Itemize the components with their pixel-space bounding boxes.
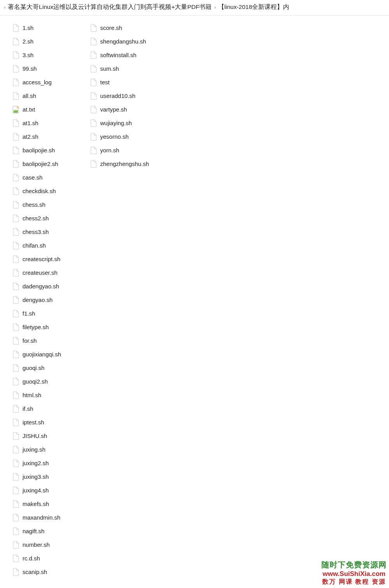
file-item[interactable]: iptest.sh: [11, 415, 89, 429]
file-item[interactable]: guoqi.sh: [11, 361, 89, 375]
file-icon: [12, 405, 19, 413]
file-item[interactable]: guoqi2.sh: [11, 375, 89, 388]
file-item[interactable]: useradd10.sh: [89, 89, 166, 103]
file-icon: [12, 228, 19, 236]
file-icon: [12, 568, 19, 576]
file-icon: [12, 214, 19, 223]
file-item[interactable]: access_log: [11, 75, 89, 89]
file-name-label: baolipojie2.sh: [23, 161, 58, 167]
file-item[interactable]: makefs.sh: [11, 497, 89, 511]
file-item[interactable]: at2.sh: [11, 130, 89, 143]
file-item[interactable]: score.sh: [89, 21, 166, 35]
file-item[interactable]: yorn.sh: [89, 143, 166, 157]
file-item[interactable]: 1.sh: [11, 21, 89, 35]
file-item[interactable]: all.sh: [11, 89, 89, 103]
file-name-label: chifan.sh: [23, 242, 46, 249]
file-name-label: guojixiangqi.sh: [23, 351, 61, 358]
file-item[interactable]: juxing.sh: [11, 443, 89, 456]
file-item[interactable]: for.sh: [11, 334, 89, 347]
file-item[interactable]: 3.sh: [11, 48, 89, 62]
file-item[interactable]: f1.sh: [11, 307, 89, 320]
file-item[interactable]: 99.sh: [11, 62, 89, 75]
file-item[interactable]: shengdangshu.sh: [89, 35, 166, 48]
file-item[interactable]: juxing2.sh: [11, 456, 89, 470]
file-item[interactable]: filetype.sh: [11, 320, 89, 334]
file-icon: [12, 255, 19, 263]
file-icon: [12, 78, 19, 87]
file-item[interactable]: zhengzhengshu.sh: [89, 157, 166, 171]
file-item[interactable]: softwinstall.sh: [89, 48, 166, 62]
file-item[interactable]: dengyao.sh: [11, 293, 89, 307]
file-item[interactable]: createuser.sh: [11, 266, 89, 279]
file-item[interactable]: chess3.sh: [11, 225, 89, 239]
file-item[interactable]: baolipojie2.sh: [11, 157, 89, 171]
file-icon: [12, 418, 19, 427]
file-name-label: 99.sh: [23, 65, 37, 72]
file-icon: [12, 364, 19, 372]
file-name-label: yorn.sh: [100, 147, 119, 154]
file-item[interactable]: html.sh: [11, 388, 89, 402]
file-icon: [12, 65, 19, 73]
file-item[interactable]: case.sh: [11, 171, 89, 184]
breadcrumb-item[interactable]: 著名某大哥Linux运维以及云计算自动化集群入门到高手视频+大量PDF书籍: [8, 2, 212, 12]
file-name-label: all.sh: [23, 92, 36, 99]
file-item[interactable]: number.sh: [11, 538, 89, 551]
file-item[interactable]: chifan.sh: [11, 239, 89, 252]
file-item[interactable]: chess.sh: [11, 198, 89, 211]
file-icon: [12, 554, 19, 563]
file-item[interactable]: scanip.sh: [11, 565, 89, 579]
file-item[interactable]: yesorno.sh: [89, 130, 166, 143]
file-name-label: at2.sh: [23, 133, 38, 140]
file-item[interactable]: at1.sh: [11, 116, 89, 130]
file-icon: [12, 187, 19, 195]
file-name-label: softwinstall.sh: [100, 52, 136, 58]
file-item[interactable]: dadengyao.sh: [11, 279, 89, 293]
file-item[interactable]: JISHU.sh: [11, 429, 89, 443]
file-icon: [90, 146, 97, 155]
file-item[interactable]: nagift.sh: [11, 524, 89, 538]
file-name-label: guoqi2.sh: [23, 378, 48, 385]
file-item[interactable]: chess2.sh: [11, 211, 89, 225]
file-item[interactable]: baolipojie.sh: [11, 143, 89, 157]
file-icon: [12, 269, 19, 277]
file-name-label: chess2.sh: [23, 215, 49, 222]
file-item[interactable]: at.txt: [11, 103, 89, 116]
file-item[interactable]: 2.sh: [11, 35, 89, 48]
file-item[interactable]: juxing4.sh: [11, 483, 89, 497]
file-item[interactable]: sum.sh: [89, 62, 166, 75]
file-name-label: dadengyao.sh: [23, 283, 59, 290]
file-name-label: shengdangshu.sh: [100, 38, 146, 45]
file-name-label: sum.sh: [100, 65, 119, 72]
file-name-label: filetype.sh: [23, 324, 49, 330]
file-name-label: 3.sh: [23, 52, 33, 58]
file-name-label: number.sh: [23, 541, 50, 548]
file-icon: [12, 391, 19, 400]
file-item[interactable]: maxandmin.sh: [11, 511, 89, 524]
file-name-label: at1.sh: [23, 120, 38, 126]
file-name-label: test: [100, 79, 109, 85]
file-item[interactable]: juxing3.sh: [11, 470, 89, 483]
file-name-label: score.sh: [100, 24, 122, 31]
file-icon: [12, 24, 19, 32]
file-item[interactable]: wujiaying.sh: [89, 116, 166, 130]
file-name-label: if.sh: [23, 405, 33, 412]
file-name-label: JISHU.sh: [23, 433, 47, 439]
file-item[interactable]: if.sh: [11, 402, 89, 415]
file-name-label: juxing.sh: [23, 446, 45, 453]
breadcrumb-item[interactable]: 【linux-2018全新课程】内: [218, 2, 290, 12]
file-icon: [12, 445, 19, 454]
chevron-right-icon: ›: [4, 4, 5, 10]
file-icon: [12, 323, 19, 332]
file-name-label: zhengzhengshu.sh: [100, 161, 149, 167]
file-item[interactable]: createscript.sh: [11, 252, 89, 266]
file-item[interactable]: rc.d.sh: [11, 551, 89, 565]
breadcrumb: › 著名某大哥Linux运维以及云计算自动化集群入门到高手视频+大量PDF书籍 …: [0, 0, 389, 16]
file-item[interactable]: guojixiangqi.sh: [11, 347, 89, 361]
file-item[interactable]: vartype.sh: [89, 103, 166, 116]
file-icon: [12, 459, 19, 468]
file-icon: [12, 473, 19, 481]
file-item[interactable]: checkdisk.sh: [11, 184, 89, 198]
file-item[interactable]: test: [89, 75, 166, 89]
file-name-label: makefs.sh: [23, 501, 49, 507]
file-name-label: for.sh: [23, 337, 37, 344]
